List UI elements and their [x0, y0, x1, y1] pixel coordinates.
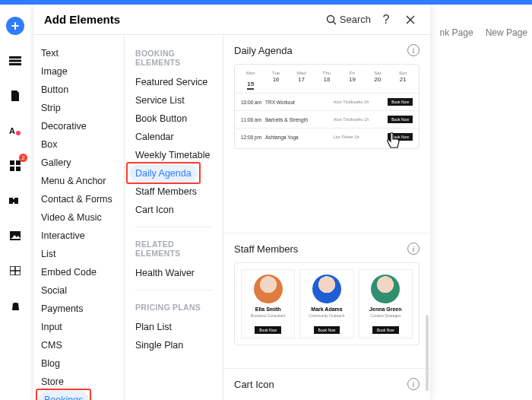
element-weekly-timetable[interactable]: Weekly Timetable	[125, 146, 223, 164]
preview-column: Daily Agenda i Mon15Tue16Wed17Thu18Fri19…	[223, 35, 430, 400]
panel-title: Add Elements	[44, 13, 326, 26]
category-payments[interactable]: Payments	[33, 300, 124, 318]
svg-rect-8	[16, 167, 21, 171]
section-title-agenda: Daily Agenda	[234, 45, 293, 56]
daily-agenda-preview[interactable]: Mon15Tue16Wed17Thu18Fri19Sat20Sun21 10:0…	[234, 64, 420, 149]
apps-icon[interactable]: 2	[6, 157, 24, 175]
media-icon[interactable]	[6, 227, 24, 245]
section-title-staff: Staff Members	[234, 243, 298, 255]
svg-rect-2	[9, 63, 21, 65]
tab-new-page[interactable]: New Page	[486, 27, 527, 38]
agenda-day: Thu18	[314, 71, 339, 90]
search-label: Search	[340, 14, 371, 25]
element-featured-service[interactable]: Featured Service	[125, 73, 223, 91]
add-elements-panel: Add Elements Search ? TextImageButtonStr…	[33, 5, 430, 400]
apps-badge: 2	[19, 154, 27, 162]
category-strip[interactable]: Strip	[33, 99, 124, 117]
staff-card: Ella SmithBusiness ConsultantBook Now	[241, 269, 295, 338]
category-list: TextImageButtonStripDecorativeBoxGallery…	[33, 35, 125, 400]
agenda-day: Tue16	[263, 71, 288, 90]
agenda-row: 11:00 amBarbells & StrengthAlon Tzidkiya…	[235, 110, 419, 128]
element-plan-list[interactable]: Plan List	[125, 318, 223, 336]
element-staff-members[interactable]: Staff Members	[125, 183, 223, 201]
agenda-day: Sat20	[365, 71, 390, 90]
svg-line-15	[333, 21, 336, 24]
category-cms[interactable]: CMS	[33, 336, 124, 354]
data-icon[interactable]	[6, 262, 24, 280]
category-image[interactable]: Image	[33, 62, 124, 81]
category-embed-code[interactable]: Embed Code	[33, 263, 124, 281]
staff-card: Jenna GreenContent StrategistBook Now	[359, 269, 413, 338]
sections-icon[interactable]	[6, 52, 24, 70]
category-box[interactable]: Box	[33, 135, 124, 154]
left-dock: + A 2	[0, 5, 30, 400]
svg-rect-0	[9, 56, 21, 59]
element-service-list[interactable]: Service List	[125, 91, 223, 110]
category-decorative[interactable]: Decorative	[33, 117, 124, 135]
agenda-day: Sun21	[391, 71, 416, 90]
info-icon[interactable]: i	[407, 243, 420, 255]
info-icon[interactable]: i	[407, 378, 420, 390]
element-single-plan[interactable]: Single Plan	[125, 336, 223, 354]
category-contact-forms[interactable]: Contact & Forms	[33, 190, 124, 208]
section-title-cart: Cart Icon	[234, 379, 274, 390]
category-menu-anchor[interactable]: Menu & Anchor	[33, 172, 124, 190]
close-icon[interactable]	[401, 11, 420, 29]
svg-point-4	[16, 131, 21, 135]
category-store[interactable]: Store	[33, 373, 124, 391]
help-icon[interactable]: ?	[377, 11, 395, 29]
panel-search[interactable]: Search	[326, 14, 371, 25]
category-blog[interactable]: Blog	[33, 354, 124, 373]
page-icon[interactable]	[6, 87, 24, 105]
svg-rect-6	[16, 160, 21, 165]
category-social[interactable]: Social	[33, 281, 124, 300]
element-list: BOOKING ELEMENTSFeatured ServiceService …	[125, 35, 223, 400]
agenda-day: Fri19	[340, 71, 365, 90]
element-daily-agenda[interactable]: Daily Agenda	[129, 164, 198, 183]
category-interactive[interactable]: Interactive	[33, 227, 124, 245]
info-icon[interactable]: i	[407, 44, 420, 56]
svg-rect-5	[10, 160, 14, 165]
group-label: RELATED ELEMENTS	[125, 235, 223, 264]
cursor-hand-icon	[382, 131, 404, 152]
element-health-waiver[interactable]: Health Waiver	[125, 264, 223, 282]
category-list[interactable]: List	[33, 245, 124, 263]
plugin-icon[interactable]	[6, 192, 24, 210]
design-icon[interactable]: A	[6, 122, 24, 140]
staff-members-preview[interactable]: Ella SmithBusiness ConsultantBook NowMar…	[234, 262, 420, 345]
store-icon[interactable]	[6, 297, 24, 315]
agenda-day: Mon15	[238, 71, 263, 90]
group-label: PRICING PLANS	[125, 298, 223, 318]
element-cart-icon[interactable]: Cart Icon	[125, 201, 223, 219]
element-calendar[interactable]: Calendar	[125, 128, 223, 146]
tab-partial[interactable]: nk Page	[440, 27, 473, 38]
svg-point-14	[327, 15, 334, 22]
category-bookings[interactable]: Bookings	[38, 391, 89, 400]
svg-rect-7	[10, 167, 14, 171]
category-button[interactable]: Button	[33, 81, 124, 99]
staff-card: Mark AdamsCommunity OutreachBook Now	[299, 269, 353, 338]
category-input[interactable]: Input	[33, 318, 124, 336]
agenda-day: Wed17	[289, 71, 314, 90]
category-gallery[interactable]: Gallery	[33, 154, 124, 172]
element-book-button[interactable]: Book Button	[125, 110, 223, 128]
add-button[interactable]: +	[6, 17, 24, 35]
scrollbar[interactable]	[426, 315, 429, 391]
group-label: BOOKING ELEMENTS	[125, 44, 223, 73]
svg-text:A: A	[9, 126, 15, 135]
background-tabs: nk Page New Page	[440, 27, 527, 38]
category-video-music[interactable]: Video & Music	[33, 208, 124, 227]
search-icon	[326, 14, 337, 25]
svg-rect-1	[9, 60, 21, 62]
agenda-row: 10:00 amTRX WorkoutAlon Tzidkiyahu 1hBoo…	[235, 93, 419, 110]
category-text[interactable]: Text	[33, 44, 124, 62]
